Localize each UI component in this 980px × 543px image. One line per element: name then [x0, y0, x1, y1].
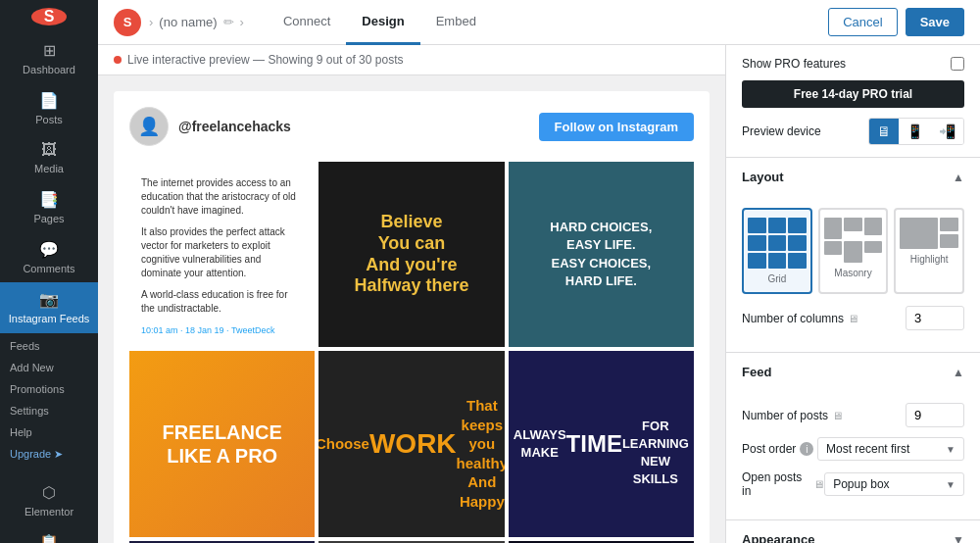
feed-profile: 👤 @freelancehacks [129, 107, 291, 146]
save-button[interactable]: Save [906, 8, 964, 36]
layout-option-masonry[interactable]: Masonry [818, 208, 889, 294]
breadcrumb-arrow-2: › [240, 15, 244, 29]
tab-embed[interactable]: Embed [420, 0, 492, 45]
open-posts-select[interactable]: Popup box ▼ [824, 472, 964, 496]
grid-item-hardchoices[interactable]: HARD CHOICES,EASY LIFE.EASY CHOICES,HARD… [509, 162, 694, 347]
settings-section-appearance: Appearance ▼ [726, 520, 980, 543]
sidebar-item-label: Instagram Feeds [9, 313, 90, 325]
sidebar-logo: S [31, 8, 67, 25]
feed-chevron-icon: ▲ [953, 366, 964, 379]
grid-cell [748, 218, 766, 233]
post-order-info-icon[interactable]: i [800, 442, 813, 456]
cancel-button[interactable]: Cancel [828, 8, 897, 36]
grid-item-choosework[interactable]: ChooseWORKThat keeps you healthyAnd Happ… [318, 351, 504, 536]
layout-option-grid[interactable]: Grid [742, 208, 812, 294]
dashboard-icon: ⊞ [43, 41, 56, 60]
feed-section-header[interactable]: Feed ▲ [726, 353, 980, 391]
post-order-label: Post order i [742, 442, 813, 456]
sidebar-sub-help[interactable]: Help [0, 421, 98, 443]
device-mobile-button[interactable]: 📲 [931, 119, 963, 144]
sidebar-item-elementor[interactable]: ⬡ Elementor [0, 475, 98, 525]
feed-section-body: Number of posts 🖥 9 Post order i [726, 391, 980, 519]
topbar-logo: S [114, 9, 141, 36]
topbar: S › (no name) ✏ › Connect Design Embed C… [98, 0, 980, 45]
grid-item-text[interactable]: The internet provides access to an educa… [129, 162, 315, 347]
grid-cell [768, 218, 787, 233]
sidebar-item-pages[interactable]: 📑 Pages [0, 182, 98, 232]
follow-button[interactable]: Follow on Instagram [539, 113, 694, 141]
media-icon: 🖼 [41, 141, 57, 159]
settings-section-layout: Layout ▲ [726, 158, 980, 353]
believe-image: BelieveYou canAnd you'reHalfway there [318, 162, 504, 347]
open-posts-label: Open posts in 🖥 [742, 470, 824, 498]
grid-cell [768, 235, 787, 251]
layout-section-title: Layout [742, 170, 784, 184]
instagram-icon: 📷 [39, 290, 59, 309]
avatar: 👤 [129, 107, 169, 146]
sidebar-item-label: Comments [23, 263, 74, 274]
device-tablet-button[interactable]: 📱 [899, 119, 931, 144]
sidebar-sub-add-new[interactable]: Add New [0, 357, 98, 378]
grid-cell [788, 235, 807, 251]
pro-trial-button[interactable]: Free 14-day PRO trial [742, 80, 964, 108]
sidebar-sub-settings[interactable]: Settings [0, 400, 98, 421]
sidebar-item-media[interactable]: 🖼 Media [0, 133, 98, 182]
content-area: Live interactive preview — Showing 9 out… [98, 45, 980, 543]
grid-item-freelance[interactable]: FREELANCELIKE A PRO [129, 351, 315, 536]
layout-masonry-label: Masonry [834, 268, 871, 278]
post-order-select[interactable]: Most recent first ▼ [817, 437, 964, 461]
topbar-tabs: Connect Design Embed [268, 0, 492, 45]
sidebar-item-comments[interactable]: 💬 Comments [0, 232, 98, 282]
num-posts-label: Number of posts 🖥 [742, 409, 843, 422]
sidebar-item-label: Elementor [24, 506, 74, 518]
sidebar-item-label: Posts [35, 114, 63, 125]
grid-cell [788, 218, 807, 233]
sidebar-item-dashboard[interactable]: ⊞ Dashboard [0, 33, 98, 83]
feed-header: 👤 @freelancehacks Follow on Instagram [129, 107, 694, 146]
num-posts-row: Number of posts 🖥 9 [742, 403, 964, 427]
grid-item-believe[interactable]: BelieveYou canAnd you'reHalfway there [318, 162, 504, 347]
appearance-section-header[interactable]: Appearance ▼ [726, 520, 980, 543]
edit-icon[interactable]: ✏ [223, 15, 234, 29]
preview-scroll[interactable]: 👤 @freelancehacks Follow on Instagram Th… [98, 75, 725, 543]
columns-setting-row: Number of columns 🖥 3 [742, 306, 964, 330]
topbar-actions: Cancel Save [828, 8, 964, 36]
pro-features-row: Show PRO features [742, 57, 964, 71]
sidebar-item-posts[interactable]: 📄 Posts [0, 83, 98, 133]
preview-notice: Live interactive preview — Showing 9 out… [98, 45, 725, 75]
preview-device-row: Preview device 🖥 📱 📲 [742, 118, 964, 145]
pro-features-checkbox[interactable] [951, 57, 964, 71]
desktop-icon-posts: 🖥 [832, 410, 843, 421]
num-posts-value: 9 [914, 408, 921, 422]
breadcrumb: › (no name) ✏ › [149, 15, 244, 29]
preview-device-label: Preview device [742, 124, 821, 138]
grid-cell [788, 253, 807, 269]
sidebar-sub-feeds[interactable]: Feeds [0, 335, 98, 357]
tab-connect[interactable]: Connect [268, 0, 346, 45]
breadcrumb-no-name: (no name) [159, 15, 217, 29]
layout-option-highlight[interactable]: Highlight [894, 208, 964, 294]
columns-input[interactable]: 3 [906, 306, 964, 330]
device-buttons: 🖥 📱 📲 [868, 118, 964, 145]
layout-section-header[interactable]: Layout ▲ [726, 158, 980, 196]
choosework-image: ChooseWORKThat keeps you healthyAnd Happ… [318, 351, 504, 536]
grid-cell [768, 253, 787, 269]
appearance-chevron-icon: ▼ [953, 533, 964, 544]
sidebar-sub-upgrade[interactable]: Upgrade ➤ [0, 443, 98, 466]
tab-design[interactable]: Design [346, 0, 419, 45]
appearance-section-title: Appearance [742, 532, 814, 543]
sidebar-sub-promotions[interactable]: Promotions [0, 378, 98, 400]
grid-cell [748, 253, 766, 269]
comments-icon: 💬 [39, 240, 59, 259]
preview-pane: Live interactive preview — Showing 9 out… [98, 45, 725, 543]
device-desktop-button[interactable]: 🖥 [869, 119, 899, 144]
grid-item-always[interactable]: ALWAYS MAKETIMEFOR LEARNING NEWSKILLS [509, 351, 694, 536]
sidebar: S ⊞ Dashboard 📄 Posts 🖼 Media 📑 Pages 💬 … [0, 0, 98, 543]
sidebar-item-instagram-feeds[interactable]: 📷 Instagram Feeds [0, 282, 98, 333]
layout-highlight-label: Highlight [910, 254, 949, 265]
num-posts-input[interactable]: 9 [906, 403, 964, 427]
sidebar-item-templates[interactable]: 📋 Templates [0, 525, 98, 543]
profile-name: @freelancehacks [178, 119, 291, 134]
sidebar-item-label: Pages [33, 213, 64, 224]
sidebar-item-label: Media [34, 163, 64, 174]
